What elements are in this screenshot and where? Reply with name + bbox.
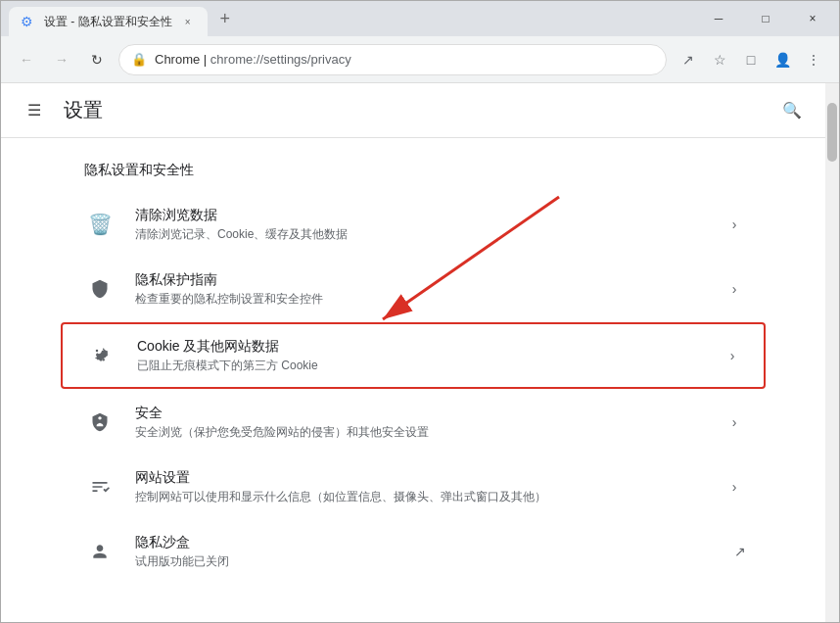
- settings-header: ☰ 设置 🔍: [1, 83, 825, 138]
- address-actions: ↗ ☆ □ 👤 ⋮: [675, 46, 827, 73]
- browser-window: ⚙ 设置 - 隐私设置和安全性 × + ─ □ × ← → ↻ 🔒 Chrome…: [0, 0, 840, 623]
- site-settings-subtitle: 控制网站可以使用和显示什么信息（如位置信息、摄像头、弹出式窗口及其他）: [135, 489, 723, 505]
- menu-button[interactable]: ⋮: [800, 46, 827, 73]
- scrollbar[interactable]: [825, 83, 839, 622]
- section-title: 隐私设置和安全性: [61, 162, 766, 191]
- tab-favicon: ⚙: [21, 14, 36, 29]
- settings-page-title: 设置: [64, 97, 774, 123]
- profile-button[interactable]: 👤: [769, 46, 796, 73]
- maximize-button[interactable]: □: [743, 1, 788, 36]
- extension-button[interactable]: □: [737, 46, 765, 73]
- tab-close-button[interactable]: ×: [180, 14, 196, 29]
- scrollbar-thumb[interactable]: [827, 103, 837, 162]
- privacy-sandbox-icon: [80, 532, 119, 571]
- settings-content[interactable]: 隐私设置和安全性 🗑️ 清除浏览数据 清除浏览记录、Cookie、缓存及其他数据…: [1, 138, 825, 622]
- site-settings-icon: [80, 467, 119, 506]
- security-text: 安全 安全浏览（保护您免受危险网站的侵害）和其他安全设置: [135, 405, 723, 441]
- settings-item-privacy-sandbox[interactable]: 隐私沙盒 试用版功能已关闭 ↗: [61, 520, 766, 583]
- settings-search-button[interactable]: 🔍: [774, 93, 810, 128]
- refresh-button[interactable]: ↻: [83, 46, 111, 73]
- cookies-arrow: ›: [721, 348, 744, 363]
- url-domain: Chrome: [155, 52, 200, 67]
- settings-list: 隐私设置和安全性 🗑️ 清除浏览数据 清除浏览记录、Cookie、缓存及其他数据…: [61, 162, 766, 583]
- cookies-icon: [82, 336, 121, 375]
- bookmark-button[interactable]: ☆: [706, 46, 733, 73]
- cookies-subtitle: 已阻止无痕模式下的第三方 Cookie: [137, 358, 721, 374]
- clear-browsing-subtitle: 清除浏览记录、Cookie、缓存及其他数据: [135, 226, 723, 243]
- privacy-sandbox-title: 隐私沙盒: [135, 534, 734, 551]
- close-button[interactable]: ×: [790, 1, 835, 36]
- privacy-sandbox-text: 隐私沙盒 试用版功能已关闭: [135, 534, 734, 570]
- share-button[interactable]: ↗: [675, 46, 702, 73]
- settings-item-cookies[interactable]: Cookie 及其他网站数据 已阻止无痕模式下的第三方 Cookie ›: [61, 322, 766, 389]
- privacy-guide-icon: [80, 269, 119, 309]
- privacy-sandbox-external: ↗: [734, 544, 746, 559]
- settings-item-security[interactable]: 安全 安全浏览（保护您免受危险网站的侵害）和其他安全设置 ›: [61, 391, 766, 454]
- security-title: 安全: [135, 405, 723, 422]
- clear-browsing-arrow: ›: [723, 216, 746, 232]
- active-tab[interactable]: ⚙ 设置 - 隐私设置和安全性 ×: [9, 7, 208, 36]
- tab-strip: ⚙ 设置 - 隐私设置和安全性 × +: [1, 1, 696, 36]
- site-settings-arrow: ›: [723, 479, 746, 495]
- forward-button[interactable]: →: [48, 46, 75, 73]
- back-button[interactable]: ←: [13, 46, 40, 73]
- privacy-guide-title: 隐私保护指南: [135, 271, 723, 289]
- privacy-sandbox-subtitle: 试用版功能已关闭: [135, 553, 734, 570]
- minimize-button[interactable]: ─: [696, 1, 741, 36]
- site-settings-title: 网站设置: [135, 469, 723, 487]
- privacy-guide-subtitle: 检查重要的隐私控制设置和安全控件: [135, 291, 723, 308]
- title-bar: ⚙ 设置 - 隐私设置和安全性 × + ─ □ ×: [1, 1, 839, 36]
- clear-browsing-title: 清除浏览数据: [135, 207, 723, 224]
- cookies-title: Cookie 及其他网站数据: [137, 338, 721, 356]
- site-settings-text: 网站设置 控制网站可以使用和显示什么信息（如位置信息、摄像头、弹出式窗口及其他）: [135, 469, 723, 505]
- security-subtitle: 安全浏览（保护您免受危险网站的侵害）和其他安全设置: [135, 424, 723, 441]
- security-arrow: ›: [723, 414, 746, 430]
- privacy-guide-arrow: ›: [723, 281, 746, 297]
- sidebar-toggle-button[interactable]: ☰: [17, 93, 52, 128]
- cookies-text: Cookie 及其他网站数据 已阻止无痕模式下的第三方 Cookie: [137, 338, 721, 374]
- address-bar: ← → ↻ 🔒 Chrome | chrome://settings/priva…: [1, 36, 839, 83]
- omnibox[interactable]: 🔒 Chrome | chrome://settings/privacy: [118, 44, 667, 75]
- settings-item-privacy-guide[interactable]: 隐私保护指南 检查重要的隐私控制设置和安全控件 ›: [61, 258, 766, 320]
- privacy-guide-text: 隐私保护指南 检查重要的隐私控制设置和安全控件: [135, 271, 723, 308]
- window-controls: ─ □ ×: [696, 1, 839, 36]
- lock-icon: 🔒: [131, 52, 147, 67]
- settings-item-site-settings[interactable]: 网站设置 控制网站可以使用和显示什么信息（如位置信息、摄像头、弹出式窗口及其他）…: [61, 455, 766, 518]
- settings-page: ☰ 设置 🔍 隐私设置和安全性 🗑️ 清除浏览数据 清除浏览记录、Cookie、…: [1, 83, 825, 622]
- url-display: Chrome | chrome://settings/privacy: [155, 52, 654, 67]
- clear-browsing-icon: 🗑️: [80, 205, 119, 244]
- content-area: ☰ 设置 🔍 隐私设置和安全性 🗑️ 清除浏览数据 清除浏览记录、Cookie、…: [1, 83, 839, 622]
- settings-item-clear-browsing[interactable]: 🗑️ 清除浏览数据 清除浏览记录、Cookie、缓存及其他数据 ›: [61, 193, 766, 256]
- new-tab-button[interactable]: +: [211, 5, 239, 32]
- url-path: chrome://settings/privacy: [210, 52, 351, 67]
- url-separator: |: [200, 52, 210, 67]
- tab-title: 设置 - 隐私设置和安全性: [44, 14, 172, 30]
- security-icon: [80, 403, 119, 442]
- clear-browsing-text: 清除浏览数据 清除浏览记录、Cookie、缓存及其他数据: [135, 207, 723, 243]
- svg-point-0: [96, 350, 99, 353]
